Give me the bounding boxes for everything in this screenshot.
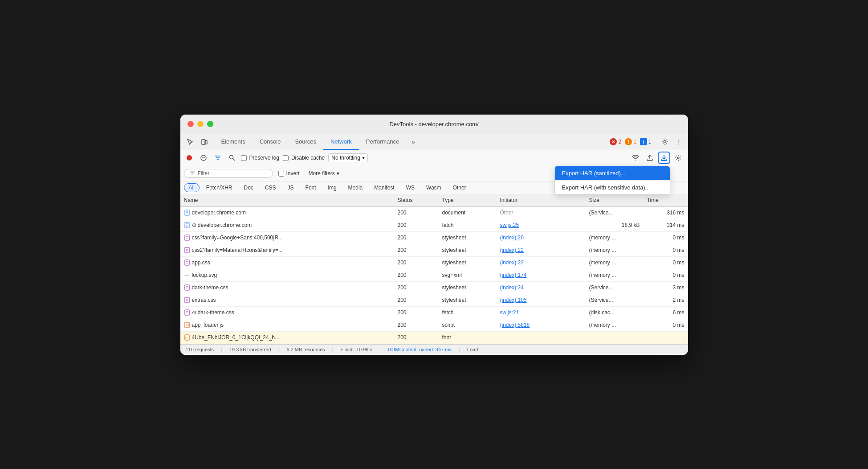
row-status: 200 bbox=[394, 322, 439, 328]
more-filters-button[interactable]: More filters ▾ bbox=[305, 169, 343, 177]
tab-elements[interactable]: Elements bbox=[214, 134, 253, 150]
disable-cache-checkbox[interactable] bbox=[283, 155, 289, 161]
more-options-button[interactable]: ⋮ bbox=[672, 136, 685, 148]
invert-checkbox[interactable] bbox=[278, 171, 284, 177]
type-filter-manifest[interactable]: Manifest bbox=[369, 183, 399, 192]
table-row[interactable]: css2?family=Material+Icons&family=... 20… bbox=[180, 244, 688, 257]
svg-point-3 bbox=[187, 155, 192, 160]
row-name: JS app_loader.js bbox=[180, 322, 394, 328]
disable-cache-checkbox-label[interactable]: Disable cache bbox=[283, 155, 325, 161]
svg-rect-32 bbox=[185, 310, 189, 315]
clear-button[interactable] bbox=[198, 152, 209, 163]
wifi-icon-button[interactable] bbox=[629, 152, 642, 164]
tab-network[interactable]: Network bbox=[323, 134, 359, 150]
minimize-button[interactable] bbox=[197, 121, 204, 127]
row-name: ⊙ dark-theme.css bbox=[180, 309, 394, 316]
type-filter-doc[interactable]: Doc bbox=[239, 183, 258, 192]
table-row[interactable]: developer.chrome.com 200 document Other … bbox=[180, 207, 688, 219]
svg-rect-23 bbox=[185, 260, 189, 265]
row-time: 0 ms bbox=[644, 234, 688, 241]
more-tabs-button[interactable]: » bbox=[407, 136, 420, 148]
type-filter-all[interactable]: All bbox=[184, 183, 200, 192]
download-dropdown-container: Export HAR (sanitized)... Export HAR (wi… bbox=[658, 152, 670, 164]
network-settings-button[interactable] bbox=[672, 152, 685, 164]
th-name[interactable]: Name bbox=[180, 197, 394, 203]
tab-performance[interactable]: Performance bbox=[359, 134, 406, 150]
row-time: 0 ms bbox=[644, 259, 688, 266]
table-row[interactable]: — lockup.svg 200 svg+xml (index):174 (me… bbox=[180, 269, 688, 282]
th-type[interactable]: Type bbox=[439, 197, 497, 203]
inspect-icon-button[interactable] bbox=[184, 136, 196, 148]
type-filter-js[interactable]: JS bbox=[283, 183, 299, 192]
table-row[interactable]: ⊙ developer.chrome.com 200 fetch sw.js:2… bbox=[180, 219, 688, 232]
row-type: stylesheet bbox=[439, 259, 497, 266]
upload-button[interactable] bbox=[644, 152, 656, 164]
info-badge[interactable]: i 1 bbox=[640, 138, 652, 145]
row-status: 200 bbox=[394, 247, 439, 253]
throttle-dropdown-icon: ▾ bbox=[362, 155, 365, 161]
row-time: 316 ms bbox=[644, 210, 688, 216]
domcontentloaded-time: DOMContentLoaded: 347 ms bbox=[388, 347, 452, 352]
font-icon: F bbox=[184, 334, 190, 341]
import-export-area: Export HAR (sanitized)... Export HAR (wi… bbox=[629, 152, 685, 164]
row-status: 200 bbox=[394, 259, 439, 266]
type-filter-wasm[interactable]: Wasm bbox=[421, 183, 446, 192]
tab-console[interactable]: Console bbox=[253, 134, 288, 150]
type-filter-media[interactable]: Media bbox=[343, 183, 368, 192]
download-button[interactable] bbox=[658, 152, 670, 164]
throttling-select[interactable]: No throttling ▾ bbox=[328, 153, 368, 162]
css-icon bbox=[184, 297, 190, 303]
requests-count: 110 requests bbox=[186, 347, 214, 352]
invert-checkbox-label[interactable]: Invert bbox=[278, 170, 300, 177]
row-name: extras.css bbox=[180, 297, 394, 303]
window-title: DevTools - developer.chrome.com/ bbox=[389, 121, 478, 128]
error-badge[interactable]: ✕ 2 bbox=[610, 138, 621, 145]
type-filter-other[interactable]: Other bbox=[448, 183, 471, 192]
row-time: 314 ms bbox=[644, 222, 688, 228]
warn-badge[interactable]: ! 1 bbox=[625, 138, 636, 145]
svg-line-7 bbox=[232, 159, 235, 161]
type-filter-img[interactable]: Img bbox=[323, 183, 342, 192]
row-name: dark-theme.css bbox=[180, 284, 394, 291]
preserve-log-checkbox-label[interactable]: Preserve log bbox=[241, 155, 279, 161]
row-size: (memory ... bbox=[586, 247, 644, 253]
export-har-sanitized-item[interactable]: Export HAR (sanitized)... bbox=[555, 166, 670, 180]
row-initiator: (index):5818 bbox=[497, 322, 586, 328]
export-har-sensitive-item[interactable]: Export HAR (with sensitive data)... bbox=[555, 181, 670, 194]
record-button[interactable] bbox=[184, 152, 195, 163]
row-type: font bbox=[439, 334, 497, 341]
close-button[interactable] bbox=[187, 121, 194, 127]
type-filter-font[interactable]: Font bbox=[301, 183, 321, 192]
maximize-button[interactable] bbox=[207, 121, 213, 127]
type-filter-fetch-xhr[interactable]: Fetch/XHR bbox=[201, 183, 237, 192]
row-size: (memory ... bbox=[586, 272, 644, 278]
filter-button[interactable] bbox=[212, 152, 223, 163]
type-filter-css[interactable]: CSS bbox=[260, 183, 281, 192]
js-icon: JS bbox=[184, 322, 190, 328]
search-button[interactable] bbox=[227, 152, 237, 163]
table-body: developer.chrome.com 200 document Other … bbox=[180, 207, 688, 344]
row-initiator: sw.js:25 bbox=[497, 222, 586, 228]
tab-sources[interactable]: Sources bbox=[288, 134, 323, 150]
table-row[interactable]: ⊙ dark-theme.css 200 fetch sw.js:21 (dis… bbox=[180, 307, 688, 319]
table-row[interactable]: JS app_loader.js 200 script (index):5818… bbox=[180, 319, 688, 332]
th-time[interactable]: Time bbox=[644, 197, 688, 203]
settings-button[interactable] bbox=[659, 136, 671, 148]
row-initiator: (index):24 bbox=[497, 284, 586, 291]
row-time: 0 ms bbox=[644, 322, 688, 328]
svg-text:JS: JS bbox=[185, 324, 189, 327]
table-row[interactable]: css?family=Google+Sans:400,500|R... 200 … bbox=[180, 232, 688, 244]
filter-input-area[interactable]: Filter bbox=[184, 169, 273, 178]
preserve-log-checkbox[interactable] bbox=[241, 155, 247, 161]
th-size[interactable]: Size bbox=[586, 197, 644, 203]
row-time: 0 ms bbox=[644, 272, 688, 278]
device-toolbar-button[interactable] bbox=[198, 136, 211, 148]
table-row[interactable]: extras.css 200 stylesheet (index):105 (S… bbox=[180, 294, 688, 307]
table-row[interactable]: dark-theme.css 200 stylesheet (index):24… bbox=[180, 282, 688, 294]
type-filter-ws[interactable]: WS bbox=[401, 183, 420, 192]
table-row[interactable]: app.css 200 stylesheet (index):22 (memor… bbox=[180, 257, 688, 269]
th-status[interactable]: Status bbox=[394, 197, 439, 203]
info-badge-icon: i bbox=[640, 138, 647, 145]
table-row[interactable]: F 4Ube_FNblJOR_0_1Ci|kQQl_24_b... 200 fo… bbox=[180, 332, 688, 344]
th-initiator[interactable]: Initiator bbox=[497, 197, 586, 203]
